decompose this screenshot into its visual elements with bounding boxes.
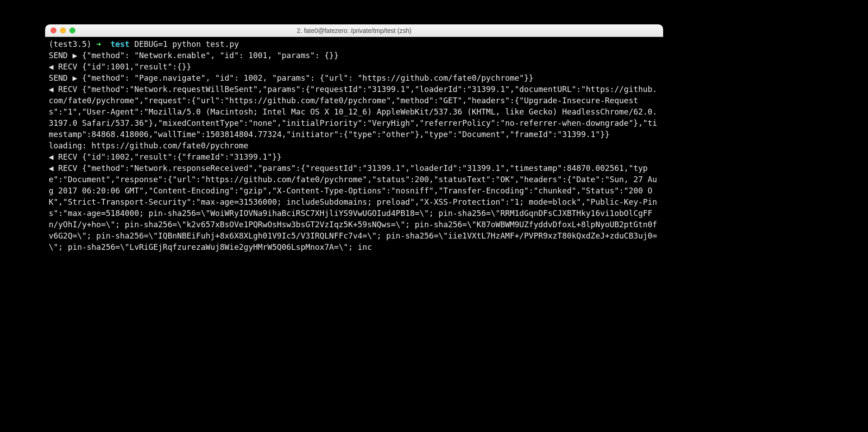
terminal-window: 2. fate0@fatezero: /private/tmp/test (zs…: [45, 24, 663, 360]
terminal-line: ◀ RECV {"method":"Network.requestWillBeS…: [49, 85, 657, 139]
terminal-line: ◀ RECV {"id":1001,"result":{}}: [49, 62, 191, 71]
titlebar[interactable]: 2. fate0@fatezero: /private/tmp/test (zs…: [45, 24, 663, 37]
prompt-arrow-icon: ➜: [96, 40, 101, 49]
terminal-body[interactable]: (test3.5) ➜ test DEBUG=1 python test.py …: [45, 37, 663, 360]
prompt-command: DEBUG=1 python test.py: [134, 40, 239, 49]
prompt-dir: test: [111, 40, 129, 49]
terminal-line: ◀ RECV {"id":1002,"result":{"frameId":"3…: [49, 152, 282, 161]
terminal-line: SEND ▶ {"method": "Network.enable", "id"…: [49, 51, 339, 60]
minimize-button[interactable]: [60, 28, 66, 33]
terminal-line: SEND ▶ {"method": "Page.navigate", "id":…: [49, 74, 534, 83]
close-button[interactable]: [51, 28, 56, 33]
maximize-button[interactable]: [69, 28, 75, 33]
traffic-lights: [51, 28, 75, 33]
terminal-line: loading: https://github.com/fate0/pychro…: [49, 141, 249, 150]
prompt-venv: (test3.5): [49, 40, 92, 49]
terminal-line: ◀ RECV {"method":"Network.responseReceiv…: [49, 164, 657, 252]
window-title: 2. fate0@fatezero: /private/tmp/test (zs…: [45, 27, 663, 34]
